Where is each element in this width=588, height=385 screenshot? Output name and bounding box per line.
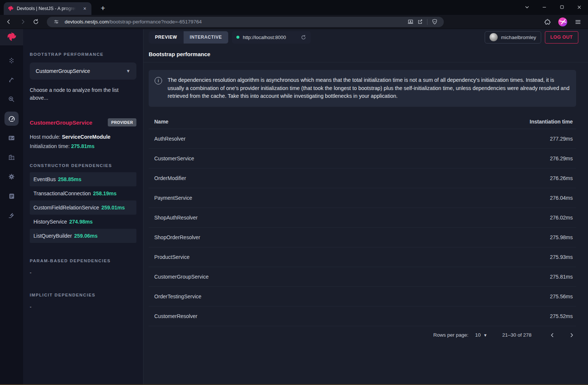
maximize-button[interactable] [553,0,571,14]
table-row[interactable]: OrderTestingService275.56ms [149,287,576,307]
table-row[interactable]: ShopAuthResolver276.02ms [149,208,576,228]
performance-gauge-icon[interactable] [4,112,19,126]
site-settings-icon[interactable] [51,17,61,27]
address-bar[interactable]: devtools.nestjs.com/bootstrap-performanc… [47,17,444,27]
node-select-value: CustomerGroupService [36,68,90,74]
table-row[interactable]: CustomerResolver275.52ms [149,307,576,326]
routes-icon[interactable] [4,73,19,87]
preview-tab[interactable]: PREVIEW [149,31,184,44]
toolbar-separator [427,19,427,25]
nestjs-logo[interactable] [0,29,23,45]
tab-title: Devtools | NestJS - A progressive [17,6,76,11]
dependency-item[interactable]: HistoryService 274.98ms [30,215,136,229]
extensions-icon[interactable] [543,17,552,27]
pagination-bar: Rows per page: 10 ▼ 21–30 of 278 [149,326,576,344]
column-instantiation-time: Instantiation time [530,119,573,125]
info-text: The dependencies resolution algorithm is… [168,76,570,100]
dependency-time: 274.98ms [69,219,93,225]
bootstrap-panel: BOOTSTRAP PERFORMANCE CustomerGroupServi… [23,29,143,384]
share-icon[interactable] [415,17,425,27]
dependency-item[interactable]: CustomFieldRelationService 259.01ms [30,200,136,215]
dependency-item[interactable]: TransactionalConnection 258.19ms [30,186,136,200]
logout-button[interactable]: LOG OUT [545,31,578,44]
previous-page-button[interactable] [548,331,557,340]
target-url: http://localhost:8000 [243,35,297,40]
table-row[interactable]: CustomerService276.29ms [149,149,576,169]
init-time-line: Initialization time: 275.81ms [30,143,136,149]
rows-per-page-select[interactable]: 10 ▼ [475,332,487,338]
rail-items [4,54,19,222]
param-deps-title: PARAM-BASED DEPENDENCIES [30,259,136,263]
user-pill: michaelbromley [485,31,541,44]
graph-icon[interactable] [4,54,19,68]
table-row[interactable]: PaymentService276.04ms [149,188,576,208]
menu-icon[interactable] [573,17,583,27]
mode-toggle: PREVIEW INTERACTIVE [149,31,228,44]
init-time-value: 275.81ms [71,143,94,149]
tab-search-chevron-icon[interactable] [518,0,536,14]
settings-gear-icon[interactable] [4,170,19,184]
devtools-app: BOOTSTRAP PERFORMANCE CustomerGroupServi… [0,29,588,384]
constructor-deps-list: EventBus 258.85ms TransactionalConnectio… [30,172,136,243]
forward-button-icon[interactable] [16,16,28,28]
param-deps-empty: - [30,270,136,276]
target-url-box[interactable]: http://localhost:8000 [232,31,311,44]
table-row[interactable]: AuthResolver277.29ms [149,129,576,149]
interactive-tab[interactable]: INTERACTIVE [184,31,229,44]
main-area: PREVIEW INTERACTIVE http://localhost:800… [143,29,588,384]
row-name: PaymentService [154,195,192,201]
audit-icon[interactable] [4,131,19,145]
row-name: CustomerService [154,155,194,161]
page-range: 21–30 of 278 [502,332,532,338]
modules-icon[interactable] [4,150,19,164]
brave-shield-icon[interactable] [430,17,439,27]
refresh-target-icon[interactable] [301,35,306,40]
panel-section-title: BOOTSTRAP PERFORMANCE [30,52,136,57]
rows-per-page-value: 10 [475,332,481,338]
row-name: OrderTestingService [154,293,201,299]
back-button-icon[interactable] [3,16,15,28]
page-title: Bootstrap performance [143,45,588,62]
minimize-button[interactable] [536,0,553,14]
table-row[interactable]: OrderModifier276.26ms [149,169,576,188]
implicit-deps-empty: - [30,304,136,310]
node-select[interactable]: CustomerGroupService ▼ [30,62,136,80]
table-row[interactable]: CustomerGroupService275.81ms [149,267,576,287]
logs-icon[interactable] [4,189,19,203]
browser-tab[interactable]: Devtools | NestJS - A progressive × [4,2,91,15]
row-name: CustomerResolver [154,313,197,319]
node-header: CustomerGroupService PROVIDER [30,118,136,126]
next-page-button[interactable] [567,331,576,340]
profile-avatar[interactable] [558,17,568,27]
row-name: ShopOrderResolver [154,234,200,240]
row-name: ProductService [154,254,190,260]
dependency-name: ListQueryBuilder [33,233,72,239]
performance-table: Name Instantiation time AuthResolver277.… [149,115,576,326]
dependency-name: HistoryService [33,219,67,225]
dependency-time: 258.85ms [58,176,81,182]
dependency-item[interactable]: ListQueryBuilder 259.06ms [30,229,136,243]
new-tab-button[interactable]: + [98,3,108,13]
row-name: ShopAuthResolver [154,215,198,221]
inspect-icon[interactable] [4,92,19,106]
row-time: 276.29ms [550,155,573,161]
table-row[interactable]: ProductService275.93ms [149,247,576,267]
page-content: i The dependencies resolution algorithm … [143,62,588,384]
toolbar-right-cluster [543,17,583,27]
row-name: CustomerGroupService [154,274,209,280]
info-box: i The dependencies resolution algorithm … [149,70,576,107]
url-domain: devtools.nestjs.com [65,19,109,25]
user-avatar [490,33,498,41]
dependency-item[interactable]: EventBus 258.85ms [30,172,136,186]
actions-gavel-icon[interactable] [4,208,19,222]
close-window-button[interactable] [571,0,588,14]
tab-close-icon[interactable]: × [81,5,88,12]
reload-button-icon[interactable] [30,16,42,28]
chevron-down-icon: ▼ [483,333,487,337]
row-time: 275.93ms [550,254,573,260]
dependency-name: TransactionalConnection [33,190,91,196]
provider-badge: PROVIDER [108,118,136,126]
install-app-icon[interactable] [406,17,415,27]
table-row[interactable]: ShopOrderResolver275.98ms [149,228,576,247]
table-header: Name Instantiation time [149,115,576,129]
